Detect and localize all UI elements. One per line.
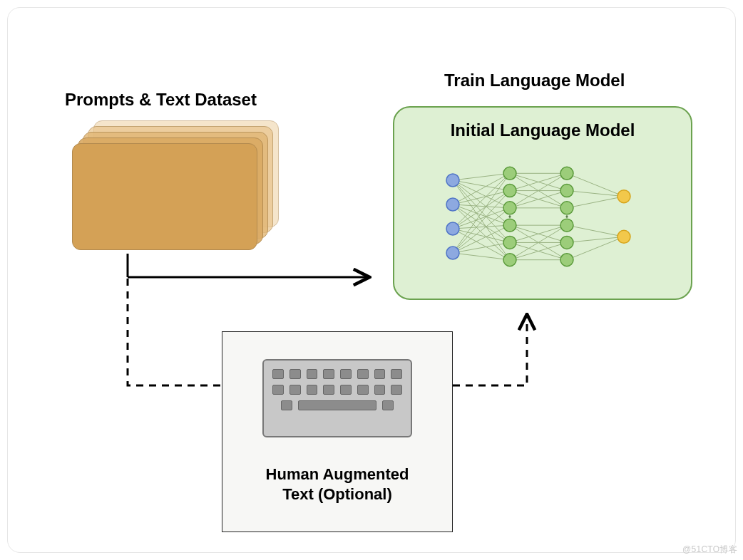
watermark: @51CTO博客 bbox=[682, 544, 737, 556]
edge-dataset-human bbox=[128, 279, 222, 385]
diagram-frame: Prompts & Text Dataset Train Language Mo… bbox=[7, 7, 736, 553]
flow-arrows bbox=[8, 8, 737, 554]
edge-human-model bbox=[453, 316, 527, 385]
